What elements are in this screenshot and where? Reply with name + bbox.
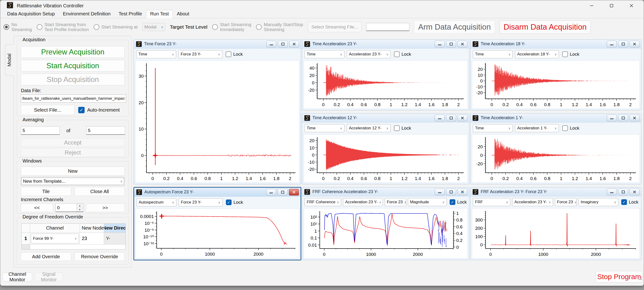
minimize-icon[interactable] bbox=[607, 115, 617, 121]
plot-area[interactable]: 00.20.40.60.811.21.41.61.82-20-1001020 bbox=[304, 135, 467, 182]
header-new-direction[interactable]: New Direction bbox=[104, 224, 126, 233]
window-titlebar[interactable]: Time Acceleration 1 Y- bbox=[470, 114, 641, 122]
auto-increment-checkbox[interactable]: ✓ bbox=[78, 107, 84, 113]
lock-checkbox[interactable]: ✓ bbox=[450, 199, 455, 205]
lock-checkbox[interactable] bbox=[562, 52, 568, 57]
plot-channel-select[interactable]: Force 23 Y-∨ bbox=[178, 50, 222, 58]
plot-type-select[interactable]: Time∨ bbox=[304, 50, 344, 58]
close-icon[interactable] bbox=[289, 189, 299, 196]
start-acquisition-button[interactable]: Start Acquisition bbox=[21, 60, 125, 72]
plot-type-select[interactable]: Time∨ bbox=[304, 124, 344, 132]
new-direction-cell[interactable]: Y- bbox=[104, 233, 126, 244]
arm-data-acquisition-button[interactable]: Arm Data Acquisition bbox=[414, 20, 495, 34]
lock-checkbox[interactable] bbox=[226, 52, 231, 57]
resize-grip[interactable] bbox=[638, 277, 642, 280]
window-titlebar[interactable]: Time Acceleration 23 Y- bbox=[302, 40, 469, 48]
signal-monitor-button[interactable]: Signal Monitor bbox=[35, 273, 63, 281]
channel-monitor-button[interactable]: Channel Monitor bbox=[2, 273, 32, 281]
lock-control[interactable]: Lock bbox=[226, 52, 243, 57]
lock-control[interactable]: ✓ Lock bbox=[226, 200, 243, 205]
plot-channel-select[interactable]: Acceleration 12 Y-∨ bbox=[347, 124, 390, 132]
maximize-icon[interactable] bbox=[278, 41, 288, 48]
new-window-button[interactable]: New bbox=[21, 166, 125, 176]
modal-level-select[interactable]: Modal∨ bbox=[142, 23, 165, 31]
maximize-icon[interactable] bbox=[446, 188, 456, 195]
maximize-icon[interactable] bbox=[618, 41, 628, 48]
minimize-icon[interactable] bbox=[266, 189, 276, 196]
lock-checkbox[interactable] bbox=[394, 125, 400, 131]
close-icon[interactable] bbox=[458, 115, 468, 121]
close-icon[interactable] bbox=[289, 41, 299, 48]
radio-start-streaming-from-profile[interactable]: Start Streaming from Test Profile Instru… bbox=[37, 22, 89, 32]
accept-button[interactable]: Accept bbox=[21, 138, 125, 147]
close-icon[interactable] bbox=[622, 0, 642, 11]
close-icon[interactable] bbox=[630, 188, 640, 195]
plot-type-select[interactable]: Time∨ bbox=[473, 50, 513, 58]
maximize-icon[interactable] bbox=[602, 0, 622, 11]
close-icon[interactable] bbox=[458, 41, 468, 48]
plot-area[interactable]: 0100020000.000110⁻⁶10⁻⁸10⁻¹⁰10⁻¹² bbox=[136, 209, 299, 258]
close-all-button[interactable]: Close All bbox=[74, 187, 125, 196]
lock-control[interactable]: Lock bbox=[394, 52, 411, 57]
streaming-file-input[interactable] bbox=[366, 23, 409, 31]
plot-area[interactable]: 0100020000.010.1110¹10²00.20.40.60.81 bbox=[304, 209, 467, 258]
spin-down-icon[interactable]: ▼ bbox=[77, 208, 83, 212]
plot-area[interactable]: 0100020000100200300 bbox=[472, 209, 639, 258]
plot-area[interactable]: 00.20.40.60.811.21.41.61.820102030 bbox=[136, 61, 299, 182]
lock-checkbox[interactable]: ✓ bbox=[226, 200, 232, 205]
plot-channel-select[interactable]: Imaginary∨ bbox=[578, 198, 618, 206]
plot-channel-select[interactable]: Acceleration 23 Y-∨ bbox=[347, 50, 390, 58]
plot-type-select[interactable]: FRF Coherence∨ bbox=[304, 198, 341, 206]
select-streaming-file-button[interactable]: Select Streaming File... bbox=[308, 22, 362, 32]
tab-run-test[interactable]: Run Test bbox=[146, 10, 173, 18]
minimize-icon[interactable] bbox=[435, 188, 445, 195]
window-titlebar[interactable]: Autospectrum Force 23 Y- bbox=[134, 188, 300, 197]
averages-current-input[interactable] bbox=[21, 126, 60, 135]
close-icon[interactable] bbox=[630, 41, 640, 48]
preview-acquisition-button[interactable]: Preview Acquisition bbox=[21, 46, 125, 58]
plot-channel-select[interactable]: Force 23∨ bbox=[555, 198, 577, 206]
lock-control[interactable]: Lock bbox=[562, 125, 579, 131]
decrement-channels-button[interactable]: << bbox=[21, 204, 53, 212]
stop-program-button[interactable]: Stop Program bbox=[596, 271, 642, 282]
tab-about[interactable]: About bbox=[173, 10, 193, 18]
plot-channel-select[interactable]: Acceleration 23 Y-∨ bbox=[343, 198, 383, 206]
radio-start-streaming-at[interactable]: Start Streaming at bbox=[94, 24, 138, 30]
plot-type-select[interactable]: Time∨ bbox=[136, 50, 176, 58]
reject-button[interactable]: Reject bbox=[21, 148, 125, 157]
plot-area[interactable]: 00.20.40.60.811.21.41.61.82-20020 bbox=[472, 135, 639, 182]
maximize-icon[interactable] bbox=[446, 115, 456, 121]
modal-side-tab[interactable]: Modal bbox=[5, 44, 14, 76]
plot-channel-select[interactable]: Magnitude∨ bbox=[408, 198, 447, 206]
plot-channel-select[interactable]: Acceleration 18 Y-∨ bbox=[515, 50, 559, 58]
disarm-data-acquisition-button[interactable]: Disarm Data Acquisition bbox=[500, 20, 591, 34]
remove-override-button[interactable]: Remove Override bbox=[74, 252, 125, 261]
minimize-icon[interactable] bbox=[435, 115, 445, 121]
window-titlebar[interactable]: FRF Acceleration 23 Y- Force 23 Y- bbox=[470, 188, 641, 196]
close-icon[interactable] bbox=[458, 188, 468, 195]
window-titlebar[interactable]: FRF Coherence Acceleration 23 Y- bbox=[302, 188, 469, 196]
tab-data-acquisition-setup[interactable]: Data Acquisition Setup bbox=[3, 10, 59, 18]
new-node-cell[interactable]: 23 bbox=[80, 233, 104, 244]
minimize-icon[interactable] bbox=[582, 0, 602, 11]
window-titlebar[interactable]: Time Acceleration 18 Y- bbox=[470, 40, 641, 48]
lock-checkbox[interactable] bbox=[394, 52, 400, 57]
stop-acquisition-button[interactable]: Stop Acquisition bbox=[21, 74, 125, 85]
add-override-button[interactable]: Add Override bbox=[21, 252, 71, 261]
channel-select[interactable]: Force 99 Y-∨ bbox=[31, 234, 79, 244]
averages-total-input[interactable] bbox=[86, 126, 125, 135]
maximize-icon[interactable] bbox=[618, 188, 628, 195]
minimize-icon[interactable] bbox=[607, 188, 617, 195]
select-file-button[interactable]: Select File... bbox=[21, 105, 74, 115]
increment-channels-button[interactable]: >> bbox=[86, 204, 125, 212]
plot-area[interactable]: 00.20.40.60.811.21.41.61.82-2002040 bbox=[304, 61, 467, 108]
lock-control[interactable]: Lock bbox=[562, 52, 579, 57]
tile-button[interactable]: Tile bbox=[21, 187, 71, 196]
minimize-icon[interactable] bbox=[435, 41, 445, 48]
maximize-icon[interactable] bbox=[278, 189, 288, 196]
plot-channel-select[interactable]: Acceleration 23 Y-∨ bbox=[512, 198, 553, 206]
radio-no-streaming[interactable]: No Streaming bbox=[4, 22, 32, 32]
radio-manually-start-stop[interactable]: Manually Start/Stop Streaming bbox=[256, 22, 303, 32]
window-titlebar[interactable]: Time Acceleration 12 Y- bbox=[302, 114, 469, 122]
close-icon[interactable] bbox=[630, 115, 640, 121]
